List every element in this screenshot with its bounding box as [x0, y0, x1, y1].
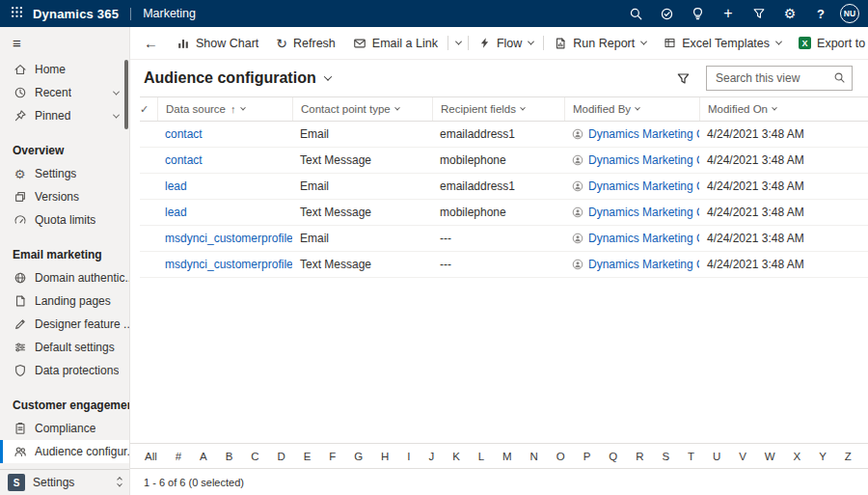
sidebar-item-pinned[interactable]: Pinned: [0, 104, 129, 127]
run-report-button[interactable]: Run Report: [545, 27, 655, 59]
jump-letter[interactable]: J: [427, 451, 435, 462]
waffle-icon: [11, 5, 23, 22]
help-button[interactable]: ?: [805, 0, 836, 27]
modified-by-link[interactable]: Dynamics Marketing Custom: [588, 153, 699, 167]
table-body: contact Email emailaddress1 Dynamics Mar…: [140, 122, 868, 443]
sidebar-section-customer-engagement: Customer engagement: [0, 394, 129, 417]
jump-letter[interactable]: H: [380, 451, 390, 462]
sidebar-item-compliance[interactable]: Compliance: [0, 417, 129, 440]
jump-letter[interactable]: X: [793, 451, 802, 462]
table-row[interactable]: contact Email emailaddress1 Dynamics Mar…: [140, 122, 868, 148]
show-chart-button[interactable]: Show Chart: [168, 27, 267, 59]
sidebar-item-landing-pages[interactable]: Landing pages: [0, 289, 129, 313]
sidebar-section-email-marketing: Email marketing: [0, 243, 129, 266]
jump-letter[interactable]: #: [175, 451, 182, 462]
email-a-link-button[interactable]: Email a Link: [344, 27, 447, 59]
modified-by-link[interactable]: Dynamics Marketing Custom: [588, 258, 699, 271]
jump-letter[interactable]: N: [529, 451, 539, 462]
data-source-link[interactable]: contact: [165, 127, 203, 141]
jump-letter[interactable]: B: [225, 451, 234, 462]
app-name[interactable]: Marketing: [143, 7, 196, 20]
search-icon[interactable]: [833, 71, 846, 84]
table-row[interactable]: lead Text Message mobilephone Dynamics M…: [140, 200, 868, 226]
suggestions-button[interactable]: [682, 0, 713, 27]
jump-letter[interactable]: E: [303, 451, 312, 462]
flow-icon: [478, 37, 491, 49]
user-avatar[interactable]: NU: [840, 4, 859, 23]
jump-letter[interactable]: V: [738, 451, 747, 462]
sidebar-item-audience-configuration[interactable]: Audience configur...: [0, 440, 129, 463]
jump-letter[interactable]: P: [583, 451, 592, 462]
sidebar-item-data-protections[interactable]: Data protections: [0, 359, 129, 382]
modified-by-link[interactable]: Dynamics Marketing Custom: [588, 179, 699, 193]
sidebar-scrollbar-thumb[interactable]: [124, 60, 128, 129]
jump-letter[interactable]: W: [764, 451, 776, 462]
column-header-contact-point-type[interactable]: Contact point type: [292, 97, 432, 121]
jump-letter[interactable]: K: [451, 451, 461, 462]
jump-letter[interactable]: S: [661, 451, 670, 462]
app-launcher-button[interactable]: [0, 0, 33, 27]
jump-letter[interactable]: F: [328, 451, 337, 462]
jump-letter[interactable]: O: [556, 451, 566, 462]
jump-letter[interactable]: I: [406, 451, 411, 462]
column-header-recipient-fields[interactable]: Recipient fields: [432, 97, 564, 121]
sidebar-item-domain-authentication[interactable]: Domain authentic...: [0, 266, 129, 289]
email-a-link-dropdown-button[interactable]: [449, 27, 467, 59]
select-all-checkbox[interactable]: ✓: [140, 104, 157, 115]
modified-by-link[interactable]: Dynamics Marketing Custom: [588, 127, 699, 141]
sidebar-item-designer-features[interactable]: Designer feature ...: [0, 313, 129, 336]
modified-by-link[interactable]: Dynamics Marketing Custom: [588, 232, 699, 245]
export-to-excel-button[interactable]: X Export to Excel: [790, 27, 868, 59]
filter-icon[interactable]: [676, 71, 691, 86]
view-search-input[interactable]: [706, 66, 853, 91]
search-icon: [629, 7, 643, 21]
jump-letter[interactable]: U: [712, 451, 721, 462]
flow-button[interactable]: Flow: [470, 27, 542, 59]
sidebar-item-recent[interactable]: Recent: [0, 81, 129, 104]
data-source-link[interactable]: msdynci_customerprofile: [165, 232, 292, 245]
column-header-modified-on[interactable]: Modified On: [699, 97, 868, 121]
jump-letter[interactable]: R: [635, 451, 644, 462]
brand-title[interactable]: Dynamics 365: [33, 7, 119, 21]
back-button[interactable]: ←: [134, 27, 168, 59]
sidebar-item-home[interactable]: Home: [0, 58, 129, 81]
data-source-link[interactable]: lead: [165, 206, 187, 219]
quick-create-button[interactable]: +: [713, 0, 744, 27]
jump-letter[interactable]: L: [477, 451, 485, 462]
task-checker-button[interactable]: [651, 0, 682, 27]
refresh-button[interactable]: ↻ Refresh: [267, 27, 344, 59]
jump-letter[interactable]: M: [502, 451, 513, 462]
data-source-link[interactable]: lead: [165, 179, 187, 193]
table-row[interactable]: lead Email emailaddress1 Dynamics Market…: [140, 174, 868, 200]
jump-letter[interactable]: A: [199, 451, 208, 462]
table-row[interactable]: msdynci_customerprofile Email --- Dynami…: [140, 226, 868, 252]
view-selector[interactable]: Audience configuration: [144, 69, 331, 87]
table-row[interactable]: contact Text Message mobilephone Dynamic…: [140, 148, 868, 174]
command-bar: ← Show Chart ↻ Refresh Email a Link: [130, 27, 868, 60]
sort-ascending-icon: ↑: [231, 104, 236, 115]
excel-templates-button[interactable]: Excel Templates: [655, 27, 790, 59]
jump-letter[interactable]: C: [250, 451, 259, 462]
data-source-link[interactable]: contact: [165, 153, 203, 167]
data-source-link[interactable]: msdynci_customerprofile: [165, 258, 292, 271]
settings-button[interactable]: ⚙: [774, 0, 805, 27]
sidebar-item-settings[interactable]: ⚙ Settings: [0, 162, 129, 185]
sidebar-item-versions[interactable]: Versions: [0, 185, 129, 208]
modified-by-link[interactable]: Dynamics Marketing Custom: [588, 206, 699, 219]
column-header-data-source[interactable]: Data source ↑: [157, 97, 292, 121]
jump-letter[interactable]: Q: [608, 451, 618, 462]
area-switcher[interactable]: S Settings: [0, 469, 129, 495]
global-search-button[interactable]: [620, 0, 651, 27]
advanced-filter-button[interactable]: [744, 0, 774, 27]
jump-letter[interactable]: T: [687, 451, 695, 462]
sitemap-toggle-button[interactable]: ≡: [0, 27, 129, 58]
jump-all[interactable]: All: [144, 451, 158, 462]
table-row[interactable]: msdynci_customerprofile Text Message ---…: [140, 252, 868, 278]
jump-letter[interactable]: G: [353, 451, 364, 462]
jump-letter[interactable]: Y: [818, 451, 827, 462]
jump-letter[interactable]: Z: [844, 451, 853, 462]
sidebar-item-quota-limits[interactable]: Quota limits: [0, 208, 129, 232]
sidebar-item-default-settings[interactable]: Default settings: [0, 336, 129, 359]
column-header-modified-by[interactable]: Modified By: [564, 97, 699, 121]
jump-letter[interactable]: D: [276, 451, 285, 462]
